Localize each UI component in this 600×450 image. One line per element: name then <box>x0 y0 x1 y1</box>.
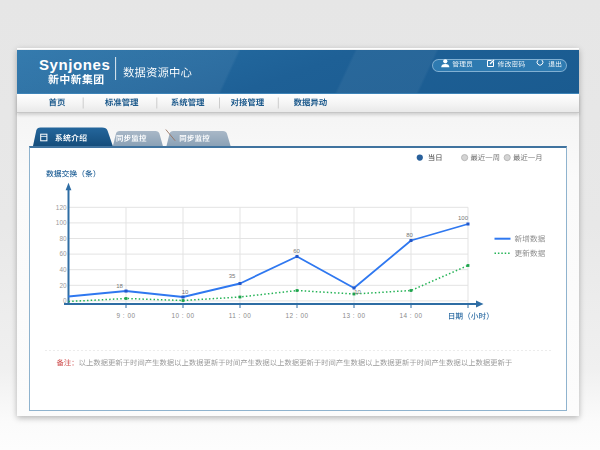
svg-text:35: 35 <box>229 273 236 279</box>
svg-text:13 : 00: 13 : 00 <box>342 312 365 319</box>
svg-text:18: 18 <box>116 283 123 289</box>
svg-text:120: 120 <box>56 204 67 211</box>
svg-text:60: 60 <box>59 250 67 257</box>
svg-text:9 : 00: 9 : 00 <box>117 312 136 319</box>
svg-text:80: 80 <box>406 232 413 238</box>
svg-text:40: 40 <box>59 266 67 273</box>
svg-text:12 : 00: 12 : 00 <box>285 312 308 319</box>
svg-text:11 : 00: 11 : 00 <box>229 312 252 319</box>
svg-text:20: 20 <box>59 282 67 289</box>
svg-text:10 : 00: 10 : 00 <box>171 312 194 319</box>
svg-text:0: 0 <box>63 297 67 304</box>
svg-text:10: 10 <box>354 289 361 295</box>
svg-text:60: 60 <box>293 248 300 254</box>
svg-text:14 : 00: 14 : 00 <box>399 312 422 319</box>
svg-text:80: 80 <box>59 235 67 242</box>
svg-text:100: 100 <box>458 215 469 221</box>
svg-text:10: 10 <box>182 289 189 295</box>
svg-text:100: 100 <box>56 219 67 226</box>
